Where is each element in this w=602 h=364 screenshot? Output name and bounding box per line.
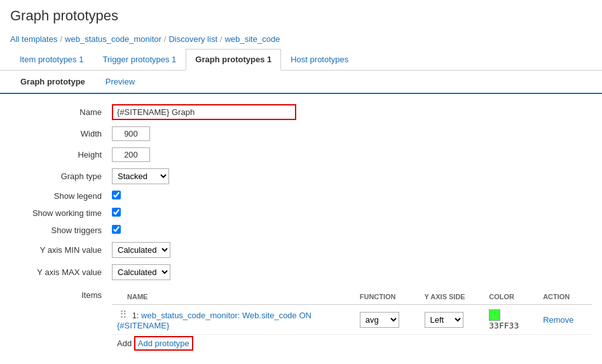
row-show-working-time: Show working time xyxy=(10,208,592,219)
show-working-time-checkbox[interactable] xyxy=(112,208,121,217)
table-header-row: NAME FUNCTION Y AXIS SIDE COLOR ACTION xyxy=(112,289,592,305)
add-label: Add xyxy=(117,339,132,348)
show-triggers-checkbox[interactable] xyxy=(112,225,121,234)
items-table: NAME FUNCTION Y AXIS SIDE COLOR ACTION ⠿… xyxy=(112,289,592,335)
cell-action: Remove xyxy=(538,305,592,335)
add-prototype-link[interactable]: Add prototype xyxy=(134,336,193,351)
breadcrumb-all-templates[interactable]: All templates xyxy=(10,34,57,44)
sep2: / xyxy=(164,34,167,44)
color-swatch[interactable] xyxy=(489,309,500,321)
cell-color: 33FF33 xyxy=(484,305,538,335)
row-height: Height xyxy=(10,147,592,162)
sep1: / xyxy=(60,34,62,44)
row-items: Items NAME FUNCTION Y AXIS SIDE COLOR AC… xyxy=(10,286,592,352)
buttons-row: Update Clone Delete Cancel xyxy=(10,358,592,364)
height-field-wrap xyxy=(112,147,150,162)
items-table-wrap: NAME FUNCTION Y AXIS SIDE COLOR ACTION ⠿… xyxy=(112,286,592,352)
cell-yaxis: Left Right xyxy=(420,305,484,335)
cell-function: avg min max sum count xyxy=(355,305,420,335)
row-width: Width xyxy=(10,126,592,141)
row-name: Name xyxy=(10,104,592,120)
th-yaxis: Y AXIS SIDE xyxy=(420,289,484,305)
label-name: Name xyxy=(10,107,112,117)
width-input[interactable] xyxy=(112,126,150,141)
remove-link[interactable]: Remove xyxy=(543,315,573,325)
tab-item-prototypes[interactable]: Item prototypes 1 xyxy=(10,49,93,71)
table-row: ⠿ 1: web_status_code_monitor: Web.site_c… xyxy=(112,305,592,335)
y-axis-min-select[interactable]: Calculated Fixed Item xyxy=(112,242,170,258)
label-items: Items xyxy=(10,286,112,300)
name-field-wrap xyxy=(112,104,296,120)
show-triggers-wrap xyxy=(112,225,121,236)
form-container: Name Width Height Graph type Normal Stac… xyxy=(0,94,602,364)
page-title: Graph prototypes xyxy=(10,8,592,24)
th-name: NAME xyxy=(112,289,355,305)
breadcrumb-web-site-code[interactable]: web_site_code xyxy=(225,34,280,44)
breadcrumb: All templates / web_status_code_monitor … xyxy=(0,29,602,49)
show-working-time-wrap xyxy=(112,208,121,219)
label-show-working-time: Show working time xyxy=(10,208,112,218)
label-y-axis-min: Y axis MIN value xyxy=(10,245,112,255)
drag-handle-icon[interactable]: ⠿ xyxy=(117,309,130,320)
show-legend-checkbox[interactable] xyxy=(112,191,121,199)
row-y-axis-min: Y axis MIN value Calculated Fixed Item xyxy=(10,242,592,258)
tab-host-prototypes[interactable]: Host prototypes xyxy=(281,49,358,71)
graph-type-select[interactable]: Normal Stacked Pie Exploded xyxy=(112,168,169,184)
page-header: Graph prototypes xyxy=(0,0,602,29)
yaxis-side-select[interactable]: Left Right xyxy=(425,312,463,328)
y-axis-min-wrap: Calculated Fixed Item xyxy=(112,242,170,258)
form-tab-bar: Graph prototype Preview xyxy=(0,71,602,94)
label-graph-type: Graph type xyxy=(10,172,112,181)
label-show-legend: Show legend xyxy=(10,191,112,201)
row-y-axis-max: Y axis MAX value Calculated Fixed Item xyxy=(10,264,592,280)
width-field-wrap xyxy=(112,126,150,141)
tab-preview[interactable]: Preview xyxy=(95,71,145,93)
height-input[interactable] xyxy=(112,147,150,162)
color-value: 33FF33 xyxy=(489,321,519,330)
th-function: FUNCTION xyxy=(355,289,420,305)
th-action: ACTION xyxy=(538,289,592,305)
row-num: 1: xyxy=(132,311,141,320)
name-input[interactable] xyxy=(112,104,296,120)
sep3: / xyxy=(220,34,222,44)
item-link[interactable]: web_status_code_monitor: Web.site_code O… xyxy=(117,311,311,330)
graph-type-wrap: Normal Stacked Pie Exploded xyxy=(112,168,169,184)
label-y-axis-max: Y axis MAX value xyxy=(10,267,112,277)
row-graph-type: Graph type Normal Stacked Pie Exploded xyxy=(10,168,592,184)
breadcrumb-web-status[interactable]: web_status_code_monitor xyxy=(65,34,161,44)
show-legend-wrap xyxy=(112,191,121,201)
row-show-legend: Show legend xyxy=(10,191,592,201)
label-show-triggers: Show triggers xyxy=(10,226,112,235)
y-axis-max-wrap: Calculated Fixed Item xyxy=(112,264,170,280)
breadcrumb-discovery[interactable]: Discovery list xyxy=(168,34,217,44)
nav-tabs-bar: Item prototypes 1 Trigger prototypes 1 G… xyxy=(0,49,602,71)
th-color: COLOR xyxy=(484,289,538,305)
row-show-triggers: Show triggers xyxy=(10,225,592,236)
add-row: Add Add prototype xyxy=(112,335,592,352)
y-axis-max-select[interactable]: Calculated Fixed Item xyxy=(112,264,170,280)
yaxis-select-wrap: Left Right xyxy=(425,312,479,328)
cell-num-name: ⠿ 1: web_status_code_monitor: Web.site_c… xyxy=(112,305,355,335)
label-height: Height xyxy=(10,150,112,159)
label-width: Width xyxy=(10,129,112,138)
tab-trigger-prototypes[interactable]: Trigger prototypes 1 xyxy=(93,49,186,71)
tab-graph-prototypes[interactable]: Graph prototypes 1 xyxy=(186,49,281,71)
tab-graph-prototype[interactable]: Graph prototype xyxy=(10,71,95,94)
function-select[interactable]: avg min max sum count xyxy=(360,312,399,328)
